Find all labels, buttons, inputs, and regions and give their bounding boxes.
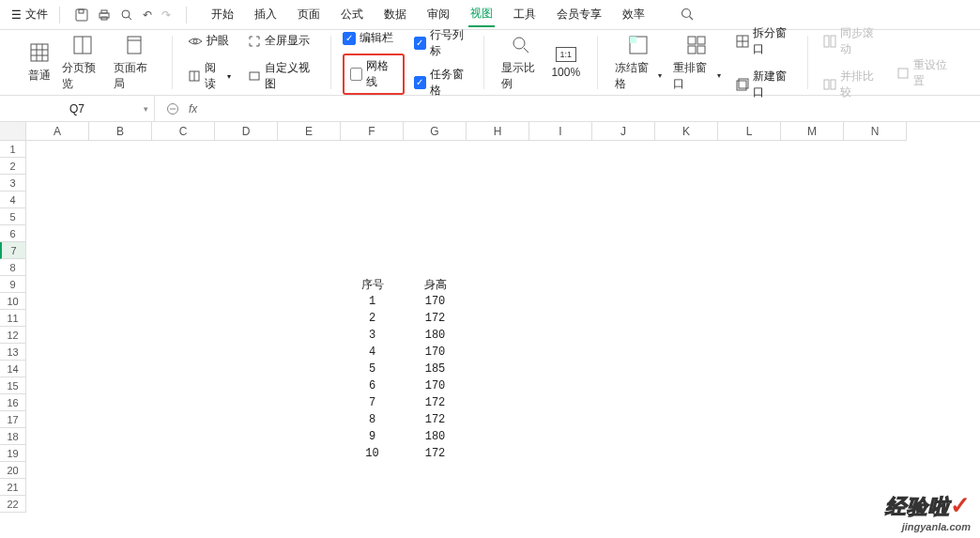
cell[interactable]	[592, 141, 655, 158]
cell[interactable]: 4	[341, 344, 404, 361]
cell[interactable]	[592, 479, 655, 496]
cell[interactable]	[844, 192, 907, 208]
cell[interactable]	[89, 411, 152, 428]
cell[interactable]	[592, 276, 655, 293]
cell[interactable]	[278, 462, 341, 479]
cell[interactable]: 170	[404, 344, 467, 361]
cell[interactable]	[592, 208, 655, 225]
cell[interactable]	[215, 344, 278, 361]
redo-icon[interactable]: ↷	[161, 8, 171, 22]
cell[interactable]	[718, 462, 781, 479]
cell[interactable]	[529, 208, 592, 225]
cell[interactable]	[152, 259, 215, 276]
gridlines-checkbox[interactable]: 网格线	[343, 54, 404, 95]
cell[interactable]	[341, 192, 404, 208]
cell[interactable]	[718, 276, 781, 293]
cell[interactable]	[467, 479, 529, 496]
cell[interactable]	[341, 479, 404, 496]
column-header[interactable]: I	[529, 122, 592, 141]
cell[interactable]: 172	[404, 445, 467, 462]
cell[interactable]	[467, 361, 529, 377]
view-pagebreak-button[interactable]: 分页预览	[56, 32, 108, 94]
column-header[interactable]: B	[89, 122, 152, 141]
cell[interactable]	[215, 225, 278, 242]
cell[interactable]	[215, 411, 278, 428]
cell[interactable]	[341, 462, 404, 479]
cell[interactable]	[655, 259, 718, 276]
row-header[interactable]: 3	[0, 175, 26, 192]
fx-icon[interactable]: fx	[189, 102, 197, 115]
cell[interactable]	[26, 496, 89, 513]
cells-area[interactable]: 序号身高117021723180417051856170717281729180…	[26, 141, 980, 513]
cell[interactable]	[26, 259, 89, 276]
cell[interactable]	[215, 192, 278, 208]
row-header[interactable]: 13	[0, 344, 26, 361]
cell[interactable]	[26, 445, 89, 462]
cell[interactable]	[655, 462, 718, 479]
taskpane-checkbox[interactable]: ✓ 任务窗格	[414, 67, 472, 99]
cell[interactable]	[718, 411, 781, 428]
cell[interactable]: 170	[404, 293, 467, 310]
cell[interactable]	[404, 496, 467, 513]
cell[interactable]	[89, 327, 152, 344]
cell[interactable]	[152, 293, 215, 310]
cell[interactable]	[529, 462, 592, 479]
cell[interactable]: 序号	[341, 276, 404, 293]
cell[interactable]	[278, 394, 341, 411]
cell[interactable]	[592, 462, 655, 479]
cell[interactable]	[844, 141, 907, 158]
cell[interactable]	[89, 175, 152, 192]
row-header[interactable]: 1	[0, 141, 26, 158]
cell[interactable]	[592, 411, 655, 428]
row-header[interactable]: 21	[0, 479, 26, 496]
cell[interactable]	[341, 208, 404, 225]
cell[interactable]	[529, 445, 592, 462]
column-header[interactable]: N	[844, 122, 907, 141]
cell[interactable]	[278, 428, 341, 445]
cell[interactable]	[592, 377, 655, 394]
cell[interactable]	[278, 293, 341, 310]
cell[interactable]	[89, 158, 152, 175]
cell[interactable]	[718, 175, 781, 192]
cell[interactable]	[529, 158, 592, 175]
row-header[interactable]: 12	[0, 327, 26, 344]
cell[interactable]	[26, 276, 89, 293]
cell[interactable]	[89, 259, 152, 276]
row-header[interactable]: 17	[0, 411, 26, 428]
arrange-button[interactable]: 重排窗口▾	[667, 32, 726, 94]
cell[interactable]	[781, 327, 844, 344]
cell[interactable]	[529, 428, 592, 445]
cell[interactable]	[89, 141, 152, 158]
cell[interactable]	[26, 394, 89, 411]
cell[interactable]	[215, 428, 278, 445]
cell[interactable]	[655, 208, 718, 225]
tab-efficiency[interactable]: 效率	[620, 3, 647, 26]
cell[interactable]	[655, 377, 718, 394]
row-header[interactable]: 6	[0, 225, 26, 242]
cell[interactable]	[341, 158, 404, 175]
cell[interactable]	[152, 445, 215, 462]
cell[interactable]	[718, 445, 781, 462]
cell[interactable]: 3	[341, 327, 404, 344]
cell[interactable]	[718, 361, 781, 377]
cell[interactable]	[404, 259, 467, 276]
print-preview-icon[interactable]	[120, 8, 133, 22]
cell[interactable]	[529, 496, 592, 513]
cell[interactable]	[215, 259, 278, 276]
cell[interactable]	[781, 276, 844, 293]
tab-data[interactable]: 数据	[382, 3, 408, 26]
cell[interactable]	[341, 496, 404, 513]
cell[interactable]	[215, 361, 278, 377]
cell[interactable]	[89, 377, 152, 394]
cell[interactable]: 身高	[404, 276, 467, 293]
cell[interactable]	[404, 462, 467, 479]
cell[interactable]	[781, 445, 844, 462]
cell[interactable]	[467, 192, 529, 208]
cell[interactable]	[467, 259, 529, 276]
cell[interactable]	[89, 276, 152, 293]
cell[interactable]	[215, 208, 278, 225]
cell[interactable]	[215, 293, 278, 310]
view-pagelayout-button[interactable]: 页面布局	[108, 32, 160, 94]
cell[interactable]	[592, 175, 655, 192]
cell[interactable]	[844, 344, 907, 361]
